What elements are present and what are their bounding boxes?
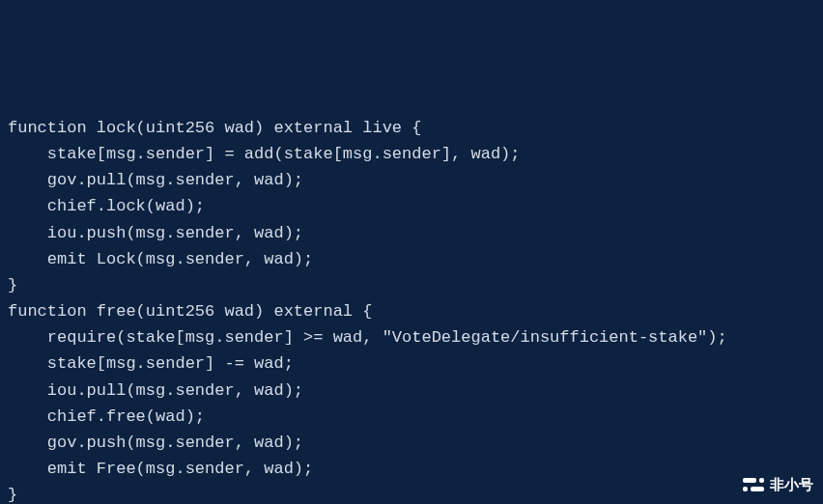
code-line: iou.pull(msg.sender, wad); <box>8 378 815 404</box>
code-line: chief.free(wad); <box>8 404 815 430</box>
code-line: require(stake[msg.sender] >= wad, "VoteD… <box>8 324 815 350</box>
code-line: stake[msg.sender] -= wad; <box>8 350 815 377</box>
code-line: function lock(uint256 wad) external live… <box>8 115 815 141</box>
code-line: emit Free(msg.sender, wad); <box>8 456 815 482</box>
code-line: function free(uint256 wad) external { <box>8 298 815 324</box>
code-block: function lock(uint256 wad) external live… <box>8 115 815 504</box>
code-line: stake[msg.sender] = add(stake[msg.sender… <box>8 141 815 167</box>
code-line: iou.push(msg.sender, wad); <box>8 220 815 246</box>
code-line: emit Lock(msg.sender, wad); <box>8 246 815 272</box>
watermark-text: 非小号 <box>770 473 813 496</box>
code-line: chief.lock(wad); <box>8 193 815 219</box>
watermark: 非小号 <box>743 473 813 496</box>
code-line: gov.pull(msg.sender, wad); <box>8 167 815 193</box>
code-line: } <box>8 272 815 298</box>
code-line: gov.push(msg.sender, wad); <box>8 430 815 456</box>
watermark-icon <box>743 478 764 491</box>
code-line: } <box>8 482 815 504</box>
